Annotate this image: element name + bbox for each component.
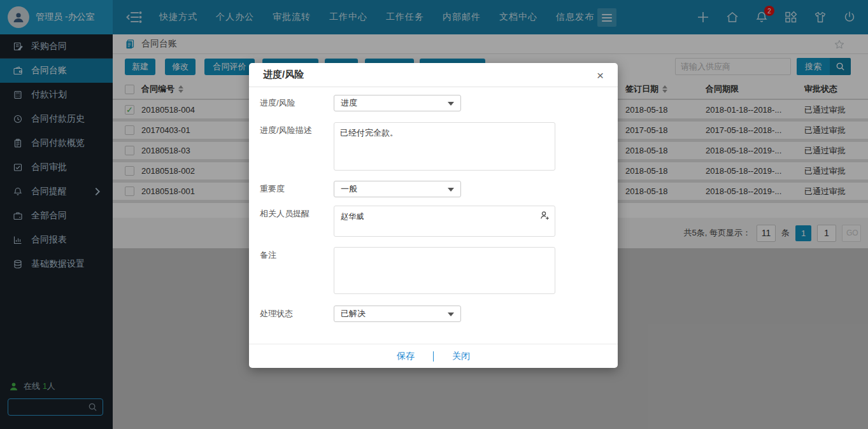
close-icon[interactable]: × xyxy=(595,68,605,83)
importance-select-value: 一般 xyxy=(341,183,357,195)
app-window: 管理员 -办公室 快捷方式 个人办公 审批流转 工作中心 工作任务 内部邮件 文… xyxy=(0,0,868,429)
status-select[interactable]: 已解决 xyxy=(334,306,461,322)
close-button[interactable]: 关闭 xyxy=(452,351,470,362)
remark-textarea[interactable] xyxy=(334,247,555,294)
chevron-down-icon xyxy=(448,313,454,316)
chevron-down-icon xyxy=(448,188,454,192)
field-label-importance: 重要度 xyxy=(260,181,334,197)
type-select-value: 进度 xyxy=(341,97,357,109)
add-person-icon[interactable] xyxy=(539,210,550,221)
progress-risk-dialog: 进度/风险 × 进度/风险 进度 进度/风险描述 已经付完全款。 重要度 一般 xyxy=(249,63,618,368)
dialog-footer: 保存 关闭 xyxy=(249,344,618,368)
field-label-type: 进度/风险 xyxy=(260,95,334,111)
footer-divider xyxy=(433,351,434,362)
notify-person-value: 赵华威 xyxy=(341,212,364,221)
importance-select[interactable]: 一般 xyxy=(334,181,461,197)
dialog-header: 进度/风险 × xyxy=(249,63,618,87)
notify-person-box[interactable]: 赵华威 xyxy=(334,206,555,237)
field-label-notify: 相关人员提醒 xyxy=(260,206,334,237)
description-textarea[interactable]: 已经付完全款。 xyxy=(334,122,555,171)
dialog-body: 进度/风险 进度 进度/风险描述 已经付完全款。 重要度 一般 相关人员提醒 xyxy=(249,87,618,322)
type-select[interactable]: 进度 xyxy=(334,95,461,111)
save-button[interactable]: 保存 xyxy=(397,351,415,362)
dialog-title: 进度/风险 xyxy=(263,69,304,81)
field-label-description: 进度/风险描述 xyxy=(260,122,334,171)
field-label-remark: 备注 xyxy=(260,247,334,294)
status-select-value: 已解决 xyxy=(341,308,366,320)
field-label-status: 处理状态 xyxy=(260,306,334,322)
chevron-down-icon xyxy=(448,102,454,106)
